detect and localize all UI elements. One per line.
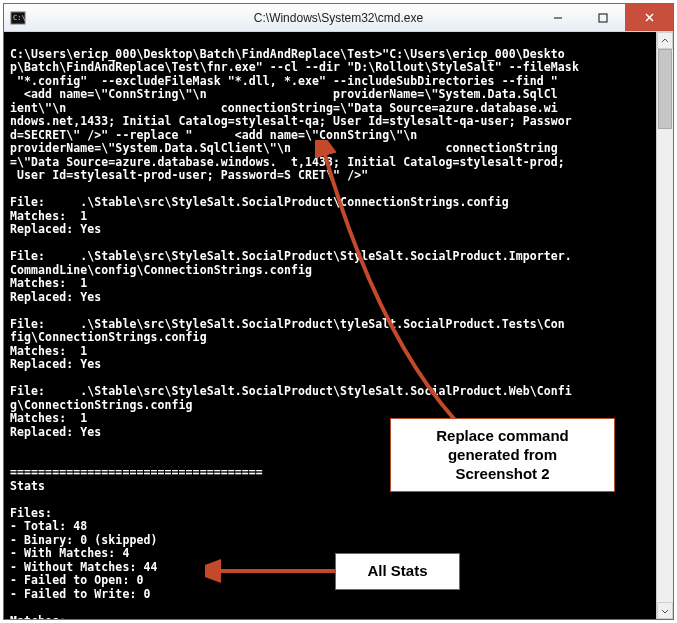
titlebar[interactable]: C:\ C:\Windows\System32\cmd.exe xyxy=(4,4,673,32)
close-button[interactable] xyxy=(625,4,673,31)
scroll-track[interactable] xyxy=(657,49,673,602)
svg-rect-2 xyxy=(599,14,607,22)
callout-text: All Stats xyxy=(367,562,427,579)
callout-all-stats: All Stats xyxy=(335,553,460,590)
cmd-icon: C:\ xyxy=(10,10,26,26)
svg-text:C:\: C:\ xyxy=(13,14,26,22)
maximize-button[interactable] xyxy=(580,4,625,31)
window-controls xyxy=(535,4,673,31)
arrow-all-stats xyxy=(205,556,340,586)
arrow-replace-command xyxy=(315,140,495,430)
vertical-scrollbar[interactable] xyxy=(656,32,673,619)
scroll-down-button[interactable] xyxy=(657,602,673,619)
scroll-up-button[interactable] xyxy=(657,32,673,49)
callout-text: Replace command generated from Screensho… xyxy=(436,427,569,482)
scroll-thumb[interactable] xyxy=(658,49,672,129)
minimize-button[interactable] xyxy=(535,4,580,31)
callout-replace-command: Replace command generated from Screensho… xyxy=(390,418,615,492)
